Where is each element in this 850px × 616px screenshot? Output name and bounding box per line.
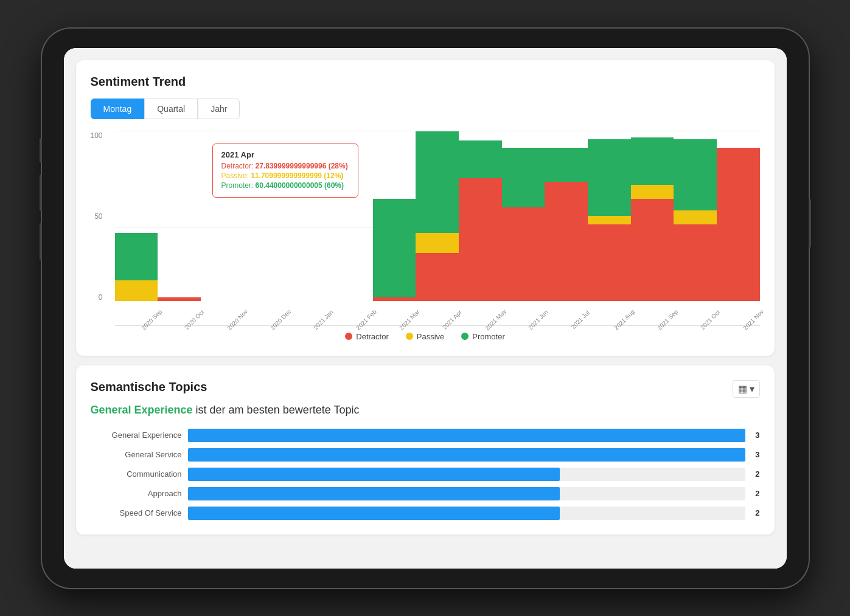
side-button-2[interactable] <box>40 175 42 211</box>
legend-promoter: Promoter <box>461 332 504 341</box>
tablet-frame: Sentiment Trend Montag Quartal Jahr 100 … <box>42 29 809 588</box>
h-bar-fill <box>188 429 746 442</box>
x-axis-label: 2021 Jul <box>570 309 591 330</box>
tooltip-detractor-label: Detractor: <box>221 162 254 170</box>
tooltip-box: 2021 Apr Detractor: 27.839999999999996 (… <box>212 144 358 198</box>
y-label-50: 50 <box>94 212 102 221</box>
bar-group: 2021 May <box>459 131 502 301</box>
h-bar-label: Approach <box>91 489 182 498</box>
h-bar-fill <box>188 487 560 500</box>
bar-group: 2021 Mar <box>373 131 416 301</box>
bar-group: 2021 Oct <box>674 131 717 301</box>
legend-passive: Passive <box>406 332 445 341</box>
tooltip-promoter-label: Promoter: <box>221 181 254 190</box>
h-bar-value: 3 <box>755 431 759 440</box>
x-axis-label: 2020 Nov <box>226 308 249 331</box>
tooltip-title: 2021 Apr <box>221 150 349 159</box>
h-bar-row: General Service3 <box>91 448 760 462</box>
x-axis-label: 2021 May <box>484 308 508 331</box>
legend-label-detractor: Detractor <box>356 332 388 341</box>
bar-group: 2021 Nov <box>717 131 760 301</box>
best-topic-text: General Experience ist der am besten bew… <box>91 404 360 417</box>
bar-group: 2020 Oct <box>158 131 201 301</box>
legend-label-promoter: Promoter <box>472 332 504 341</box>
x-axis-label: 2021 Sep <box>656 308 679 331</box>
h-bar-value: 2 <box>755 469 759 479</box>
h-bar-label: General Experience <box>91 431 182 440</box>
side-button-1[interactable] <box>40 138 42 162</box>
tooltip-promoter-value: 60.44000000000005 (60%) <box>256 181 344 190</box>
x-axis-label: 2021 Feb <box>355 308 378 331</box>
bar-group: 2021 Sep <box>631 131 674 301</box>
y-label-0: 0 <box>99 293 103 302</box>
h-bar-row: Communication2 <box>91 468 760 481</box>
bar-group: 2021 Jun <box>502 131 545 301</box>
tooltip-detractor-value: 27.839999999999996 (28%) <box>256 162 348 170</box>
best-topic-highlight: General Experience <box>91 404 193 416</box>
dropdown-arrow: ▾ <box>750 383 754 395</box>
screen-content: Sentiment Trend Montag Quartal Jahr 100 … <box>64 48 787 569</box>
sentiment-title: Sentiment Trend <box>91 75 760 89</box>
bar-group: 2021 Apr <box>416 131 459 301</box>
chart-icon: ▦ <box>738 383 747 395</box>
x-axis-label: 2021 Mar <box>398 308 421 331</box>
h-bar-row: Speed Of Service2 <box>91 507 760 520</box>
h-bar-track <box>188 487 746 500</box>
x-axis-label: 2020 Dec <box>269 308 292 331</box>
x-axis-label: 2021 Oct <box>699 308 721 330</box>
bars-container: 2020 Sep2020 Oct2020 Nov2020 Dec2021 Jan… <box>115 131 760 326</box>
x-axis-label: 2021 Apr <box>441 308 462 330</box>
h-bar-label: Speed Of Service <box>91 508 182 517</box>
h-bar-label: Communication <box>91 469 182 479</box>
x-axis-label: 2021 Nov <box>742 308 765 331</box>
tooltip-promoter-row: Promoter: 60.44000000000005 (60%) <box>221 181 349 190</box>
sentiment-trend-card: Sentiment Trend Montag Quartal Jahr 100 … <box>76 60 775 356</box>
h-bar-track <box>188 468 746 481</box>
sentiment-chart-area: 100 50 0 2020 Sep2020 Oct2020 Nov2020 De… <box>115 131 760 326</box>
legend-dot-detractor <box>345 333 352 340</box>
tooltip-passive-value: 11.709999999999999 (12%) <box>251 171 343 180</box>
topics-title: Semantische Topics <box>91 380 360 394</box>
chart-legend: Detractor Passive Promoter <box>91 332 760 341</box>
x-axis-label: 2020 Sep <box>140 308 163 331</box>
h-bar-fill <box>188 468 560 481</box>
topics-header: Semantische Topics General Experience is… <box>91 380 760 429</box>
chart-type-button[interactable]: ▦ ▾ <box>733 380 760 398</box>
y-axis: 100 50 0 <box>91 131 103 326</box>
h-bar-track <box>188 448 746 462</box>
tab-quartal[interactable]: Quartal <box>144 99 198 119</box>
bar-group: 2020 Sep <box>115 131 158 301</box>
x-axis-label: 2020 Oct <box>183 308 204 330</box>
h-bar-track <box>188 429 746 442</box>
h-bar-row: General Experience3 <box>91 429 760 442</box>
legend-dot-promoter <box>461 333 469 340</box>
x-axis-label: 2021 Jun <box>527 308 549 331</box>
tab-jahr[interactable]: Jahr <box>198 99 240 119</box>
topics-card: Semantische Topics General Experience is… <box>76 365 775 535</box>
tooltip-detractor-row: Detractor: 27.839999999999996 (28%) <box>221 162 349 170</box>
legend-label-passive: Passive <box>417 332 445 341</box>
h-bar-label: General Service <box>91 450 182 459</box>
h-bar-value: 3 <box>755 450 759 459</box>
x-axis-label: 2021 Aug <box>613 308 636 331</box>
best-topic-rest: ist der am besten bewertete Topic <box>193 404 360 416</box>
legend-detractor: Detractor <box>345 332 388 341</box>
tablet-screen: Sentiment Trend Montag Quartal Jahr 100 … <box>64 48 787 569</box>
x-axis-label: 2021 Jan <box>312 308 335 331</box>
h-bar-fill <box>188 448 746 462</box>
bar-group: 2021 Aug <box>588 131 631 301</box>
horizontal-bar-chart: General Experience3General Service3Commu… <box>91 429 760 520</box>
tab-montag[interactable]: Montag <box>91 99 145 119</box>
tooltip-passive-label: Passive: <box>221 171 249 180</box>
bar-group: 2021 Jul <box>545 131 588 301</box>
y-label-100: 100 <box>91 131 103 140</box>
h-bar-fill <box>188 507 560 520</box>
tab-row: Montag Quartal Jahr <box>91 99 760 119</box>
side-button-3[interactable] <box>40 223 42 260</box>
h-bar-value: 2 <box>755 489 759 498</box>
h-bar-value: 2 <box>755 508 759 517</box>
h-bar-track <box>188 507 746 520</box>
h-bar-row: Approach2 <box>91 487 760 500</box>
right-button[interactable] <box>809 199 811 247</box>
legend-dot-passive <box>406 333 413 340</box>
